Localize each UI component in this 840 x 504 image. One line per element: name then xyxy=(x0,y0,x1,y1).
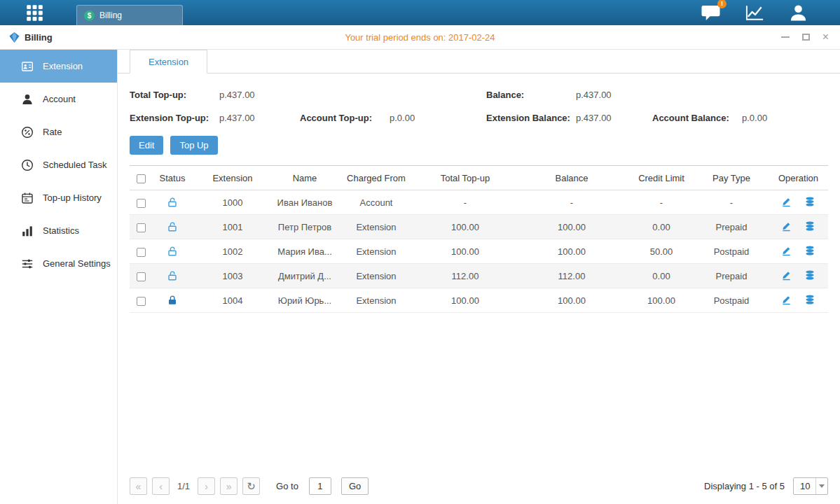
total-topup-cell: 100.00 xyxy=(415,239,515,264)
next-page-button[interactable]: › xyxy=(198,477,215,495)
chart-icon[interactable] xyxy=(745,4,765,22)
sidebar-item-label: Scheduled Task xyxy=(43,160,107,170)
col-header-status: Status xyxy=(152,166,193,190)
account-icon xyxy=(21,93,34,106)
close-icon[interactable]: × xyxy=(822,31,829,43)
col-header-charged-from: Charged From xyxy=(337,166,415,190)
row-checkbox[interactable] xyxy=(137,199,146,208)
billing-window-tab[interactable]: $ Billing xyxy=(76,5,183,25)
charged-from-cell: Extension xyxy=(337,239,415,264)
topup-icon[interactable] xyxy=(804,294,815,305)
name-cell: Мария Ива... xyxy=(273,239,337,264)
topup-icon[interactable] xyxy=(804,220,815,232)
balance-cell: 100.00 xyxy=(515,239,628,264)
billing-tab-label: Billing xyxy=(99,10,122,20)
table-row[interactable]: 1002 Мария Ива... Extension 100.00 100.0… xyxy=(130,239,828,264)
apps-grid-icon[interactable] xyxy=(25,0,44,25)
table-header-row: Status Extension Name Charged From Total… xyxy=(130,166,828,190)
extension-cell: 1003 xyxy=(193,264,273,288)
table-row[interactable]: 1000 Иван Иванов Account - - - - xyxy=(130,190,828,215)
sidebar-item-rate[interactable]: Rate xyxy=(0,115,117,148)
col-header-balance: Balance xyxy=(515,166,628,190)
sidebar-item-extension[interactable]: Extension xyxy=(0,50,117,83)
pagination-bar: « ‹ 1/1 › » ↻ Go to Go Displaying 1 - 5 … xyxy=(130,477,828,495)
row-checkbox[interactable] xyxy=(137,248,146,257)
extension-cell: 1002 xyxy=(193,239,273,264)
last-page-button[interactable]: » xyxy=(220,477,237,495)
sidebar-item-topup-history[interactable]: Top-up History xyxy=(0,181,117,214)
sidebar-item-label: Top-up History xyxy=(43,192,102,203)
col-header-operation: Operation xyxy=(769,166,828,190)
sidebar-item-account[interactable]: Account xyxy=(0,83,117,115)
extensions-table: Status Extension Name Charged From Total… xyxy=(130,165,828,313)
top-up-button[interactable]: Top Up xyxy=(170,136,217,155)
pay-type-cell: Prepaid xyxy=(694,215,769,239)
status-lock-icon xyxy=(167,197,178,208)
status-lock-icon xyxy=(167,295,178,306)
row-checkbox[interactable] xyxy=(137,297,146,306)
edit-icon[interactable] xyxy=(781,245,792,256)
rate-icon xyxy=(21,126,34,139)
tab-strip: Extension xyxy=(118,50,840,74)
topup-icon[interactable] xyxy=(804,196,815,207)
topup-icon[interactable] xyxy=(804,270,815,281)
topbar-right-icons: ! xyxy=(701,0,808,25)
sidebar-item-label: Account xyxy=(43,94,76,104)
edit-button[interactable]: Edit xyxy=(130,136,163,155)
table-row[interactable]: 1004 Юрий Юрь... Extension 100.00 100.00… xyxy=(130,288,828,313)
pay-type-cell: Postpaid xyxy=(694,288,769,313)
table-row[interactable]: 1001 Петр Петров Extension 100.00 100.00… xyxy=(130,215,828,239)
edit-icon[interactable] xyxy=(781,294,792,305)
minimize-icon[interactable] xyxy=(781,36,790,38)
sidebar-item-statistics[interactable]: Statistics xyxy=(0,214,117,247)
top-bar: $ Billing ! xyxy=(0,0,840,25)
col-header-extension: Extension xyxy=(193,166,273,190)
charged-from-cell: Account xyxy=(337,190,415,215)
edit-icon[interactable] xyxy=(781,270,792,281)
summary-balance: Balance: p.437.00 xyxy=(486,90,652,100)
summary-extension-topup: Extension Top-up: p.437.00 xyxy=(130,113,300,123)
pay-type-cell: Postpaid xyxy=(694,239,769,264)
summary-panel: Total Top-up: p.437.00 Balance: p.437.00… xyxy=(130,90,828,123)
refresh-button[interactable]: ↻ xyxy=(242,477,260,495)
total-topup-cell: - xyxy=(415,190,515,215)
name-cell: Юрий Юрь... xyxy=(273,288,337,313)
summary-extension-balance: Extension Balance: p.437.00 xyxy=(486,113,652,123)
sidebar-item-label: Statistics xyxy=(43,225,79,236)
main-content: Extension Total Top-up: p.437.00 Balance… xyxy=(118,50,840,504)
goto-page-input[interactable] xyxy=(309,477,331,495)
first-page-button[interactable]: « xyxy=(130,477,147,495)
user-icon[interactable] xyxy=(789,4,808,22)
row-checkbox[interactable] xyxy=(137,223,146,232)
edit-icon[interactable] xyxy=(781,196,792,207)
edit-icon[interactable] xyxy=(781,220,792,232)
page-size-value: 10 xyxy=(800,481,810,491)
clock-icon xyxy=(21,159,34,172)
sidebar-item-scheduled-task[interactable]: Scheduled Task xyxy=(0,148,117,181)
notification-badge: ! xyxy=(717,0,727,8)
topup-icon[interactable] xyxy=(804,245,815,256)
page-size-select[interactable]: 10 xyxy=(793,477,828,495)
goto-label: Go to xyxy=(276,481,298,491)
app-body: Extension Account Rate Scheduled Task xyxy=(0,50,840,504)
extensions-table-wrap: Status Extension Name Charged From Total… xyxy=(130,165,828,313)
balance-cell: - xyxy=(515,190,628,215)
sidebar-item-label: General Settings xyxy=(43,258,111,269)
col-header-pay-type: Pay Type xyxy=(694,166,769,190)
chat-icon[interactable]: ! xyxy=(701,4,721,22)
go-button[interactable]: Go xyxy=(341,477,369,495)
total-topup-cell: 100.00 xyxy=(415,215,515,239)
credit-limit-cell: 100.00 xyxy=(628,288,694,313)
pager-controls: « ‹ 1/1 › » ↻ Go to Go xyxy=(130,477,369,495)
maximize-icon[interactable] xyxy=(802,34,810,41)
tab-extension[interactable]: Extension xyxy=(130,50,207,74)
credit-limit-cell: 50.00 xyxy=(628,239,694,264)
row-checkbox[interactable] xyxy=(137,272,146,281)
credit-limit-cell: 0.00 xyxy=(628,264,694,288)
select-all-checkbox[interactable] xyxy=(137,174,146,183)
credit-limit-cell: 0.00 xyxy=(628,215,694,239)
prev-page-button[interactable]: ‹ xyxy=(152,477,170,495)
sidebar-item-general-settings[interactable]: General Settings xyxy=(0,247,117,280)
displaying-text: Displaying 1 - 5 of 5 xyxy=(704,481,785,491)
table-row[interactable]: 1003 Дмитрий Д... Extension 112.00 112.0… xyxy=(130,264,828,288)
